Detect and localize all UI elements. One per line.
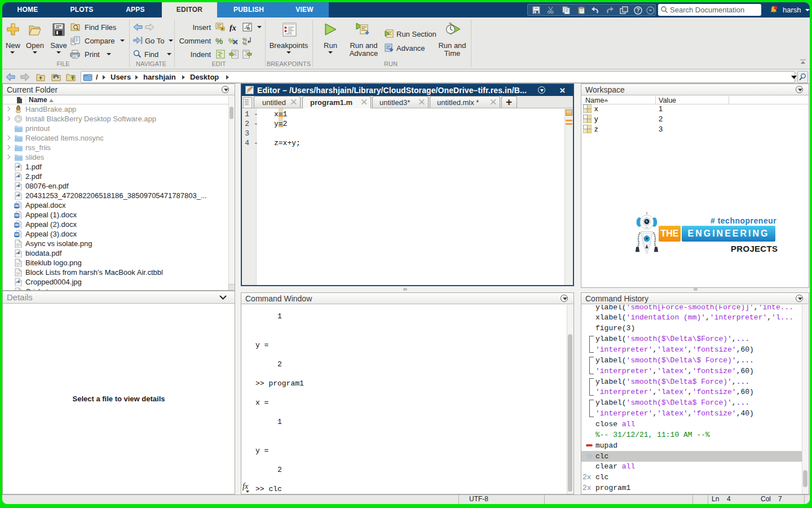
svg-text:fi: fi <box>247 26 250 31</box>
svg-text:%: % <box>242 41 247 45</box>
svg-text:%: % <box>215 36 223 45</box>
svg-text:fx: fx <box>230 24 236 32</box>
